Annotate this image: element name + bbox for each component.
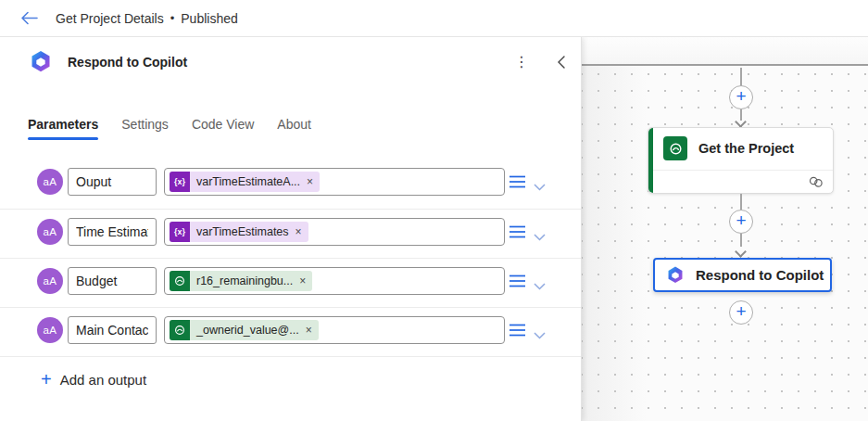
- tab-parameters[interactable]: Parameters: [28, 117, 98, 140]
- connection-icon[interactable]: [809, 175, 824, 192]
- parameter-name-input[interactable]: [68, 267, 157, 295]
- plus-icon: +: [41, 371, 52, 388]
- copilot-icon: [665, 265, 686, 286]
- connector-line: [740, 194, 742, 210]
- dataverse-icon: [663, 136, 687, 160]
- row-menu-icon[interactable]: [509, 175, 526, 188]
- node-divider: [653, 170, 833, 171]
- dataverse-icon: [170, 271, 190, 291]
- node-respond-to-copilot[interactable]: Respond to Copilot: [653, 258, 832, 292]
- panel-header: Respond to Copilot ⋮: [28, 49, 568, 75]
- tab-about[interactable]: About: [277, 117, 311, 140]
- parameter-row: aA _ownerid_value@... ×: [0, 316, 581, 344]
- topbar: Get Project Details • Published: [0, 0, 868, 37]
- parameter-row: aA {x} varTimeEstimateA... ×: [0, 168, 581, 196]
- connector-line: [740, 234, 742, 247]
- chevron-down-icon[interactable]: [534, 277, 547, 285]
- text-type-icon: aA: [37, 317, 63, 343]
- row-divider: [0, 209, 581, 210]
- arrow-down-icon: [735, 116, 747, 128]
- token-pill[interactable]: _ownerid_value@... ×: [170, 320, 319, 340]
- node-get-the-project[interactable]: Get the Project: [648, 127, 834, 194]
- remove-token-icon[interactable]: ×: [296, 274, 312, 287]
- chevron-down-icon[interactable]: [534, 228, 547, 236]
- row-divider: [0, 258, 581, 259]
- insert-action-button[interactable]: +: [729, 85, 753, 109]
- parameter-value-input[interactable]: r16_remainingbu... ×: [164, 267, 505, 295]
- connector-line: [740, 68, 742, 86]
- collapse-panel-icon[interactable]: [553, 55, 568, 70]
- row-menu-icon[interactable]: [509, 274, 526, 287]
- chevron-down-icon[interactable]: [534, 326, 547, 334]
- parameter-row: aA r16_remainingbu... ×: [0, 267, 581, 295]
- action-details-panel: Respond to Copilot ⋮ Parameters Settings…: [0, 37, 582, 421]
- parameter-name-input[interactable]: [68, 218, 157, 246]
- text-type-icon: aA: [37, 219, 63, 245]
- token-pill[interactable]: {x} varTimeEstimateA... ×: [170, 172, 320, 192]
- remove-token-icon[interactable]: ×: [303, 324, 319, 337]
- previous-node-cutoff: [582, 37, 868, 66]
- more-options-icon[interactable]: ⋮: [512, 55, 531, 70]
- chevron-down-icon[interactable]: [534, 178, 547, 185]
- copilot-icon: [28, 49, 54, 75]
- parameter-row: aA {x} varTimeEstimates ×: [0, 218, 581, 246]
- row-menu-icon[interactable]: [509, 324, 526, 337]
- text-type-icon: aA: [37, 268, 63, 294]
- node-color-stripe: [648, 128, 653, 193]
- expression-icon: {x}: [170, 172, 190, 192]
- tab-settings[interactable]: Settings: [121, 117, 169, 140]
- remove-token-icon[interactable]: ×: [293, 225, 308, 238]
- token-pill[interactable]: {x} varTimeEstimates ×: [170, 222, 308, 242]
- flow-title: Get Project Details: [56, 11, 164, 26]
- title-status-separator: •: [170, 11, 175, 25]
- text-type-icon: aA: [37, 169, 63, 195]
- panel-title: Respond to Copilot: [68, 55, 512, 70]
- arrow-down-icon: [735, 246, 747, 258]
- expression-icon: {x}: [170, 222, 190, 242]
- parameter-name-input[interactable]: [68, 168, 157, 196]
- flow-status: Published: [181, 11, 238, 26]
- add-output-button[interactable]: + Add an output: [41, 371, 146, 388]
- parameter-name-input[interactable]: [68, 316, 157, 344]
- node-title: Get the Project: [698, 141, 794, 156]
- tab-code-view[interactable]: Code View: [192, 117, 254, 140]
- insert-action-button[interactable]: +: [729, 300, 753, 325]
- insert-action-button[interactable]: +: [729, 210, 753, 234]
- dataverse-icon: [170, 320, 190, 340]
- flow-canvas[interactable]: + Get the Project + Respond to Copilot: [582, 37, 868, 421]
- parameter-value-input[interactable]: _ownerid_value@... ×: [164, 316, 505, 344]
- parameter-value-input[interactable]: {x} varTimeEstimates ×: [164, 218, 505, 246]
- row-divider: [0, 356, 581, 357]
- row-divider: [0, 307, 581, 308]
- token-pill[interactable]: r16_remainingbu... ×: [170, 271, 312, 291]
- row-menu-icon[interactable]: [509, 225, 526, 238]
- panel-tabs: Parameters Settings Code View About: [28, 117, 311, 140]
- parameter-value-input[interactable]: {x} varTimeEstimateA... ×: [164, 168, 505, 196]
- remove-token-icon[interactable]: ×: [304, 175, 320, 188]
- node-title: Respond to Copilot: [696, 267, 824, 283]
- back-icon[interactable]: [20, 11, 41, 26]
